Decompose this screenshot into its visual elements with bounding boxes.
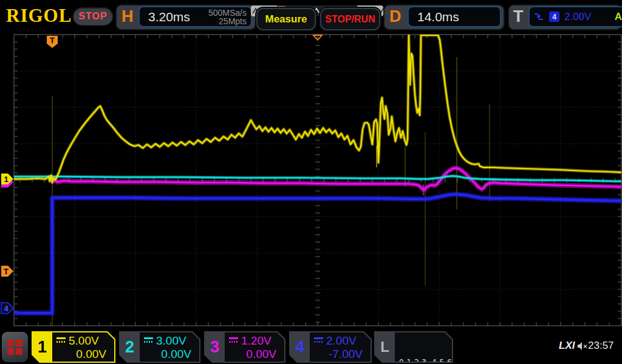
logic-channel-list: 0 1 2 3 4 5 6 7 8 9 1011 12131415 — [395, 332, 452, 362]
trigger-position-marker[interactable]: T — [47, 36, 58, 48]
delay-box[interactable]: 14.0ms — [408, 6, 501, 27]
svg-text:T: T — [4, 267, 9, 276]
channel-3-badge[interactable]: 3 1.20V 0.00V — [204, 331, 285, 363]
top-status-bar: RIGOL STOP H 3.20ms 500MSa/s 25Mpts Meas… — [0, 0, 622, 34]
measure-button[interactable]: Measure — [258, 9, 315, 29]
channel-2-scale: 3.00V — [156, 334, 186, 348]
ch4-offset-marker[interactable]: 4 — [1, 303, 13, 314]
measure-button-label: Measure — [265, 13, 307, 25]
channel-4-values: 2.00V -7.00V — [310, 332, 371, 362]
oscilloscope-screen: 1T4T RIGOL STOP H 3.20ms 500MSa/s 25Mpts — [0, 0, 622, 364]
run-state-badge: STOP — [73, 7, 113, 25]
rigol-logo: RIGOL — [6, 5, 72, 27]
channel-4-scale: 2.00V — [326, 334, 357, 348]
delay-settings-group[interactable]: D 14.0ms — [384, 5, 504, 29]
svg-text:1: 1 — [4, 175, 8, 184]
dc-coupling-icon — [56, 337, 66, 345]
logic-channels-badge[interactable]: L 0 1 2 3 4 5 6 7 8 9 1011 12131415 — [374, 331, 453, 363]
channel-2-values: 3.00V 0.00V — [140, 332, 199, 362]
speaker-muted-icon[interactable] — [576, 341, 588, 351]
waveform-display: 1T4T — [0, 0, 622, 364]
h-label: H — [121, 7, 134, 26]
bottom-status-bar: 1 5.00V 0.00V 2 3.00V 0.00V 3 — [0, 329, 622, 364]
svg-text:T: T — [50, 36, 55, 45]
lxi-indicator: LXI — [559, 340, 575, 352]
dc-coupling-icon — [229, 337, 238, 345]
trigger-settings-group[interactable]: T 4 2.00V A — [509, 5, 621, 29]
logic-label: L — [374, 331, 395, 363]
channel-4-number: 4 — [289, 331, 310, 363]
channel-3-values: 1.20V 0.00V — [225, 332, 284, 362]
svg-text:4: 4 — [4, 304, 9, 313]
ch1-trace-halo — [14, 35, 621, 183]
channel-1-badge[interactable]: 1 5.00V 0.00V — [32, 331, 115, 363]
t-label: T — [513, 7, 524, 26]
timebase-box[interactable]: 3.20ms 500MSa/s 25Mpts — [138, 6, 252, 27]
channel-4-offset: -7.00V — [314, 348, 366, 361]
d-label: D — [389, 7, 402, 26]
channel-1-number: 1 — [32, 331, 53, 363]
channel-3-scale: 1.20V — [241, 334, 272, 348]
trigger-box[interactable]: 4 2.00V A — [528, 6, 622, 27]
channel-1-offset: 0.00V — [56, 348, 110, 361]
timebase-value: 3.20ms — [140, 10, 190, 24]
delay-value: 14.0ms — [409, 10, 459, 24]
channel-2-offset: 0.00V — [144, 348, 195, 361]
stop-run-button[interactable]: STOP/RUN — [321, 9, 379, 29]
trigger-mode: A — [615, 11, 622, 23]
menu-button[interactable] — [2, 332, 28, 362]
channel-3-number: 3 — [204, 331, 225, 363]
channel-3-offset: 0.00V — [229, 348, 280, 361]
channel-4-badge[interactable]: 4 2.00V -7.00V — [289, 331, 372, 363]
trigger-level-value: 2.00V — [564, 11, 591, 23]
channel-1-values: 5.00V 0.00V — [52, 332, 114, 362]
dc-coupling-icon — [314, 337, 323, 345]
ch1-trace — [14, 35, 621, 183]
menu-grid-icon — [7, 340, 22, 355]
channel-2-number: 2 — [119, 331, 140, 363]
falling-edge-icon — [533, 12, 544, 22]
run-state-label: STOP — [78, 11, 107, 22]
channel-1-scale: 5.00V — [69, 334, 99, 348]
channel-2-badge[interactable]: 2 3.00V 0.00V — [119, 331, 200, 363]
logic-row-1: 0 1 2 3 4 5 6 7 — [399, 357, 448, 364]
trigger-source-badge: 4 — [549, 12, 559, 22]
horizontal-settings-group[interactable]: H 3.20ms 500MSa/s 25Mpts — [117, 5, 255, 29]
clock: 23:57 — [588, 340, 614, 352]
stop-run-button-label: STOP/RUN — [325, 14, 375, 25]
trigger-level-marker[interactable]: T — [1, 266, 13, 277]
acquisition-info: 500MSa/s 25Mpts — [208, 8, 251, 25]
memory-depth: 25Mpts — [219, 16, 247, 26]
dc-coupling-icon — [144, 337, 153, 345]
